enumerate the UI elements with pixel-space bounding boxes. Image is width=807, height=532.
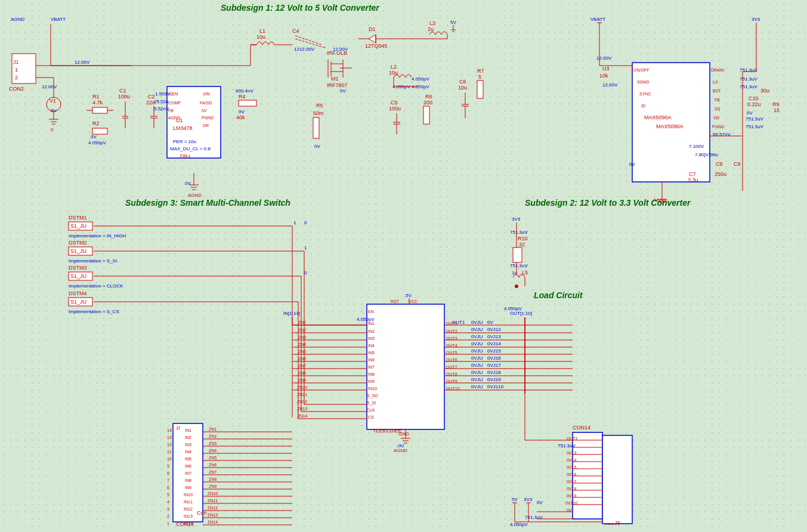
svg-text:10: 10 (167, 457, 172, 461)
svg-text:100u: 100u (118, 94, 130, 100)
svg-text:12TQ045: 12TQ045 (365, 43, 388, 49)
svg-text:ZN1: ZN1 (209, 427, 217, 431)
svg-marker-95 (369, 35, 376, 43)
svg-text:1: 1 (167, 521, 169, 525)
svg-text:IN9: IN9 (185, 485, 191, 490)
svg-text:9: 9 (167, 464, 169, 468)
svg-text:0: 0 (304, 220, 307, 225)
svg-text:4.050pV: 4.050pV (412, 76, 429, 82)
svg-text:11: 11 (167, 450, 172, 454)
svg-text:C8: C8 (716, 161, 723, 167)
svg-text:ZN7: ZN7 (298, 364, 306, 368)
svg-text:VIN: VIN (203, 92, 210, 96)
svg-text:RST: RST (391, 299, 400, 304)
svg-text:AGND: AGND (394, 448, 407, 453)
svg-text:R9: R9 (772, 101, 780, 107)
svg-text:200: 200 (423, 100, 432, 106)
svg-text:0V: 0V (91, 134, 97, 140)
svg-text:S1_JU: S1_JU (70, 299, 86, 305)
svg-text:ZN6: ZN6 (298, 357, 306, 361)
svg-text:15: 15 (774, 107, 780, 113)
svg-text:3V3: 3V3 (512, 216, 521, 222)
svg-text:C4: C4 (292, 28, 299, 34)
svg-text:ZN6: ZN6 (209, 463, 217, 467)
svg-text:5: 5 (167, 493, 169, 497)
svg-text:COMP: COMP (168, 101, 181, 105)
svg-text:ZN10: ZN10 (297, 385, 307, 389)
svg-text:ZN2: ZN2 (209, 434, 217, 438)
svg-text:Load Circuit: Load Circuit (534, 290, 583, 300)
svg-text:5V: 5V (512, 497, 518, 502)
svg-text:10u: 10u (458, 85, 467, 91)
svg-text:5V: 5V (450, 20, 456, 25)
svg-rect-451 (602, 435, 632, 524)
svg-text:IN1: IN1 (185, 428, 191, 432)
svg-text:0V: 0V (629, 162, 635, 167)
svg-text:D8-L: D8-L (180, 153, 192, 159)
svg-text:1: 1 (293, 220, 296, 225)
svg-text:3.3u: 3.3u (688, 177, 698, 183)
svg-text:IN7: IN7 (185, 471, 191, 475)
svg-text:10k: 10k (599, 73, 608, 79)
svg-text:5.52nV: 5.52nV (154, 106, 169, 112)
svg-text:FA/SD: FA/SD (200, 101, 212, 105)
svg-text:L3: L3 (429, 20, 435, 26)
svg-text:SS: SS (715, 107, 721, 111)
svg-text:0VJU: 0VJU (471, 334, 483, 339)
svg-text:IN9: IN9 (368, 379, 375, 383)
svg-text:S1_JU: S1_JU (70, 223, 86, 229)
svg-text:MAX_DU_CL = 0.8: MAX_DU_CL = 0.8 (170, 146, 211, 151)
svg-text:ZN8: ZN8 (298, 371, 306, 375)
svg-text:Implementation = S_SI: Implementation = S_SI (69, 258, 117, 264)
svg-text:4.050pV: 4.050pV (510, 522, 528, 527)
svg-text:0V: 0V (487, 320, 493, 325)
svg-text:2u: 2u (428, 26, 434, 32)
svg-text:0V: 0V (202, 109, 207, 113)
svg-text:R4: R4 (239, 94, 246, 100)
svg-text:5V: 5V (406, 293, 412, 298)
svg-text:ZN13: ZN13 (208, 513, 218, 517)
svg-text:IN5: IN5 (185, 457, 191, 461)
svg-text:SGND: SGND (637, 80, 649, 84)
svg-text:0VJU: 0VJU (471, 320, 483, 325)
svg-text:40k: 40k (236, 115, 245, 120)
svg-text:30u: 30u (760, 88, 769, 94)
svg-text:IN[1:14]: IN[1:14] (283, 311, 300, 316)
svg-text:1: 1 (304, 245, 307, 250)
svg-text:V1: V1 (50, 98, 56, 104)
svg-rect-27 (92, 128, 107, 134)
svg-text:0VJ13: 0VJ13 (487, 334, 501, 339)
svg-text:R2: R2 (92, 120, 100, 126)
svg-text:3V3: 3V3 (752, 17, 760, 22)
svg-text:751.3uV: 751.3uV (510, 230, 528, 235)
svg-text:0V: 0V (314, 144, 320, 149)
svg-text:ZN8: ZN8 (209, 477, 217, 481)
svg-text:ZN12: ZN12 (208, 506, 218, 510)
svg-text:12.00V: 12.00V (75, 60, 90, 65)
svg-text:0VJ17: 0VJ17 (487, 363, 501, 368)
svg-text:12.00V: 12.00V (602, 82, 618, 88)
svg-text:EN: EN (368, 310, 374, 314)
svg-text:0VJU: 0VJU (471, 327, 483, 332)
svg-text:S_SI: S_SI (367, 401, 376, 406)
svg-text:1212.00V: 1212.00V (294, 47, 315, 52)
svg-text:751.3uV: 751.3uV (558, 443, 576, 449)
svg-text:12: 12 (167, 443, 172, 447)
svg-text:0V: 0V (239, 109, 245, 115)
svg-text:C6: C6 (459, 79, 466, 85)
svg-text:IN3: IN3 (185, 443, 191, 447)
svg-text:CLK: CLK (367, 408, 375, 412)
svg-text:Implementation = S_CS: Implementation = S_CS (69, 309, 119, 314)
svg-text:AGND: AGND (168, 116, 180, 120)
svg-rect-128 (477, 81, 483, 98)
svg-text:ZN5: ZN5 (298, 349, 306, 354)
svg-text:DSTM1: DSTM1 (69, 215, 87, 221)
svg-text:DR: DR (203, 123, 209, 128)
svg-text:IN2: IN2 (185, 435, 191, 440)
svg-text:6: 6 (167, 485, 169, 490)
svg-text:0: 0 (304, 270, 307, 276)
svg-text:CS: CS (368, 415, 374, 419)
schematic-area: Subdesign 1: 12 Volt to 5 Volt Converter… (0, 0, 807, 532)
svg-text:J2: J2 (176, 426, 181, 430)
svg-text:66.57nV: 66.57nV (713, 132, 731, 137)
